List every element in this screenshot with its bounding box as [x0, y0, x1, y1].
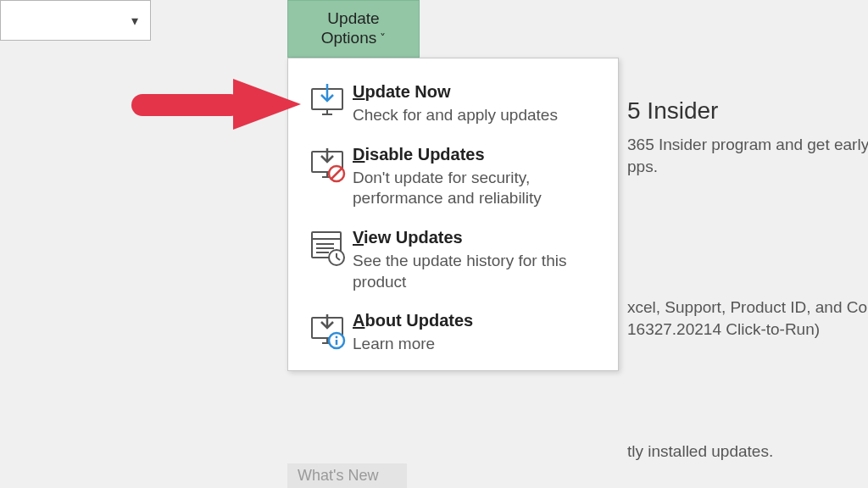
update-options-button[interactable]: Update Options ˅ — [287, 0, 420, 58]
insider-heading: 5 Insider — [627, 95, 718, 127]
update-options-label-line2: Options — [321, 29, 376, 48]
update-options-label-line1: Update — [327, 9, 379, 29]
chevron-down-icon: ˅ — [380, 31, 386, 46]
menu-item-desc: Learn more — [353, 334, 601, 355]
menu-item-disable-updates[interactable]: Disable Updates Don't update for securit… — [288, 140, 618, 223]
menu-item-title: Disable Updates — [353, 145, 601, 164]
unnamed-dropdown[interactable]: ▾ — [0, 0, 151, 41]
menu-item-desc: Check for and apply updates — [353, 105, 601, 126]
download-info-icon — [305, 313, 349, 350]
chevron-down-icon: ▾ — [131, 13, 138, 29]
menu-item-update-now[interactable]: Update Now Check for and apply updates — [288, 77, 618, 140]
menu-item-view-updates[interactable]: View Updates See the update history for … — [288, 223, 618, 306]
about-text-line2: 16327.20214 Click-to-Run) — [627, 319, 820, 341]
menu-item-title: View Updates — [353, 228, 601, 247]
recent-text: tly installed updates. — [627, 441, 773, 463]
insider-text-line1: 365 Insider program and get early a — [627, 134, 868, 156]
download-disable-icon — [305, 147, 349, 184]
svg-rect-25 — [131, 94, 242, 116]
menu-item-title: About Updates — [353, 311, 601, 330]
menu-item-about-updates[interactable]: About Updates Learn more — [288, 306, 618, 360]
update-options-menu: Update Now Check for and apply updates D… — [287, 58, 619, 371]
svg-point-23 — [336, 336, 338, 339]
history-document-icon — [305, 230, 349, 267]
download-monitor-icon — [305, 84, 349, 118]
svg-marker-26 — [233, 79, 301, 130]
menu-item-desc: See the update history for this product — [353, 251, 601, 292]
menu-item-desc: Don't update for security, performance a… — [353, 168, 601, 209]
insider-text-line2: pps. — [627, 156, 658, 178]
menu-item-title: Update Now — [353, 82, 601, 102]
whats-new-button[interactable]: What's New — [287, 463, 407, 488]
about-text-line1: xcel, Support, Product ID, and Cop — [627, 297, 868, 319]
annotation-arrow — [131, 79, 301, 130]
